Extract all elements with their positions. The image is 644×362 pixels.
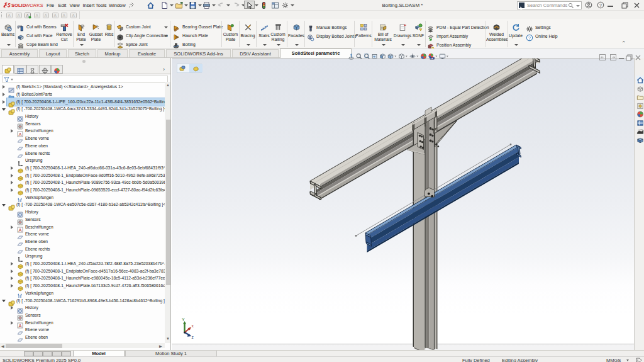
svg-text:SOLID: SOLID (11, 3, 26, 8)
svg-text:?: ? (528, 35, 531, 41)
svg-text:z: z (192, 335, 194, 339)
svg-text:WORKS: WORKS (25, 3, 43, 8)
svg-text:A: A (72, 13, 75, 18)
svg-text:A: A (35, 13, 38, 18)
svg-text:A: A (53, 13, 57, 18)
svg-text:Y: Y (182, 317, 185, 322)
svg-text:x: x (192, 324, 194, 328)
svg-text:A: A (8, 13, 11, 18)
svg-text:A: A (45, 13, 48, 18)
svg-text:A: A (17, 13, 20, 18)
svg-text:?: ? (599, 3, 602, 8)
svg-text:A: A (63, 13, 66, 18)
